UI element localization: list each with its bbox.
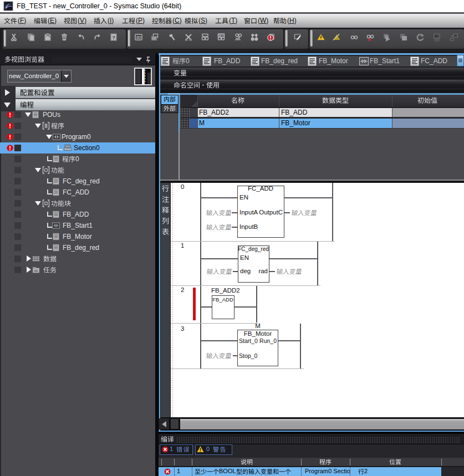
svg-text:1: 1 (437, 35, 439, 39)
svg-text:?: ? (112, 35, 115, 40)
svg-text:3D: 3D (136, 35, 141, 40)
